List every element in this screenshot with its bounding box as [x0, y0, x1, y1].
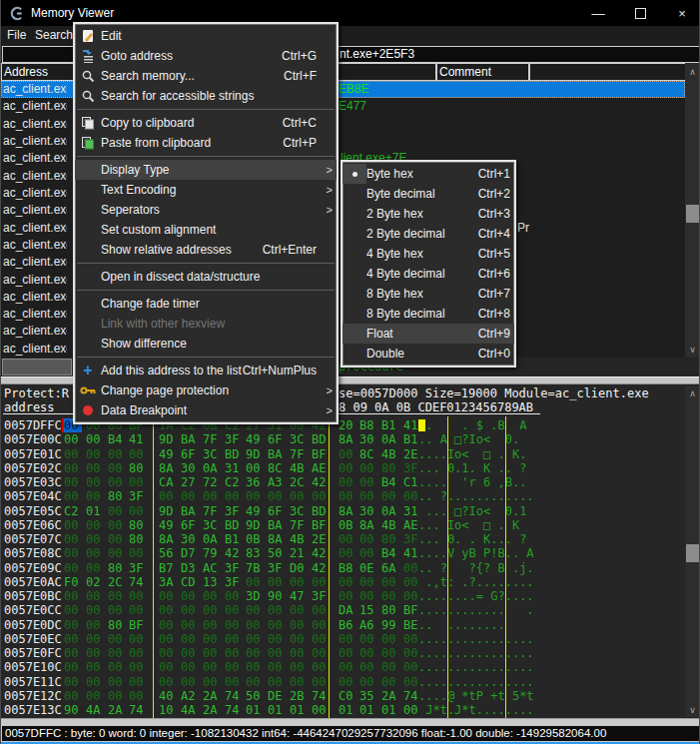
hex-byte[interactable]: 00: [86, 589, 104, 603]
hex-byte[interactable]: 00: [129, 632, 147, 646]
hex-byte[interactable]: 6F: [181, 447, 199, 461]
hex-row-ascii[interactable]: ........= G?....: [418, 589, 534, 603]
hex-byte[interactable]: 00: [86, 475, 104, 489]
hex-byte[interactable]: 7F: [290, 518, 308, 532]
hex-byte[interactable]: 00: [359, 646, 377, 660]
hex-byte[interactable]: 00: [108, 532, 126, 546]
hex-byte[interactable]: 00: [159, 603, 177, 617]
hex-row[interactable]: 0057E0DC000080BF0000000000000000B6A699BE…: [1, 618, 685, 632]
hex-byte[interactable]: 0A: [381, 432, 399, 446]
hex-byte[interactable]: 50: [268, 546, 286, 560]
hex-byte[interactable]: 00: [290, 675, 308, 689]
hex-byte[interactable]: 00: [129, 589, 147, 603]
hex-byte[interactable]: 2A: [203, 689, 221, 703]
hex-byte[interactable]: BF: [312, 447, 330, 461]
hex-row-ascii[interactable]: ... Io< □ . K: [418, 518, 534, 532]
hex-byte[interactable]: BD: [312, 432, 330, 446]
menu-item-show-difference[interactable]: Show difference: [75, 334, 337, 354]
hex-row-ascii[interactable]: ................: [418, 632, 534, 646]
hex-byte[interactable]: BD: [312, 504, 330, 518]
hex-byte[interactable]: 2B: [290, 689, 308, 703]
hex-byte[interactable]: 00: [129, 475, 147, 489]
hex-row-ascii[interactable]: .. ?............: [418, 489, 534, 503]
hex-byte[interactable]: 7F: [203, 504, 221, 518]
hex-byte[interactable]: 01: [359, 703, 377, 717]
hex-row-ascii[interactable]: .,t: .?........: [418, 575, 534, 589]
hex-row-ascii[interactable]: ....Io< □ . K.: [418, 447, 534, 461]
hex-byte[interactable]: 00: [181, 675, 199, 689]
hex-byte[interactable]: 00: [339, 632, 356, 646]
hex-byte[interactable]: 00: [108, 461, 126, 475]
hex-byte[interactable]: 41: [129, 432, 147, 446]
hex-byte[interactable]: 00: [359, 475, 377, 489]
hex-byte[interactable]: 00: [159, 646, 177, 660]
hex-row-ascii[interactable]: .. ........: [418, 618, 534, 632]
hex-byte[interactable]: 74: [225, 689, 243, 703]
hex-byte[interactable]: 00: [381, 675, 399, 689]
hex-byte[interactable]: 00: [64, 475, 82, 489]
hex-byte[interactable]: A3: [268, 475, 286, 489]
hex-byte[interactable]: 00: [203, 603, 221, 617]
hex-byte[interactable]: 00: [359, 675, 377, 689]
hex-byte[interactable]: A2: [181, 689, 199, 703]
hex-byte[interactable]: 00: [203, 660, 221, 674]
hex-byte[interactable]: 00: [312, 703, 330, 717]
hex-byte[interactable]: 49: [159, 447, 177, 461]
hex-byte[interactable]: D0: [290, 561, 308, 575]
hex-byte[interactable]: 00: [339, 475, 356, 489]
hex-byte[interactable]: 00: [129, 646, 147, 660]
hex-row[interactable]: 0057E09C0000803FB7D3AC3F7B3FD042B80E6A00…: [1, 561, 685, 575]
hex-byte[interactable]: 00: [290, 660, 308, 674]
hex-byte[interactable]: 00: [312, 675, 330, 689]
hex-byte[interactable]: B1: [225, 532, 243, 546]
hex-byte[interactable]: 8A: [339, 432, 356, 446]
hex-byte[interactable]: 00: [359, 461, 377, 475]
hex-row-ascii[interactable]: ................: [418, 675, 534, 689]
hex-byte[interactable]: 00: [64, 589, 82, 603]
hex-byte[interactable]: BA: [268, 447, 286, 461]
hex-row[interactable]: 0057E06C00000080496F3CBD9DBA7FBF0B8A4BAE…: [1, 518, 685, 532]
hex-byte[interactable]: 50: [246, 689, 264, 703]
hex-byte[interactable]: 00: [225, 589, 243, 603]
hex-byte[interactable]: 00: [339, 447, 356, 461]
hex-byte[interactable]: 3F: [129, 561, 147, 575]
hex-byte[interactable]: 80: [108, 618, 126, 632]
hex-byte[interactable]: 80: [129, 461, 147, 475]
hex-byte[interactable]: 00: [108, 689, 126, 703]
hex-byte[interactable]: 8C: [268, 461, 286, 475]
menu-search[interactable]: Search: [35, 28, 73, 42]
hex-byte[interactable]: 00: [108, 504, 126, 518]
hex-row-ascii[interactable]: ... □?Io< 0.1: [418, 504, 534, 518]
hex-byte[interactable]: 00: [359, 660, 377, 674]
hex-byte[interactable]: 00: [268, 632, 286, 646]
column-header-empty[interactable]: [529, 63, 686, 81]
hex-byte[interactable]: 6F: [181, 518, 199, 532]
hex-byte[interactable]: 00: [312, 646, 330, 660]
hex-row[interactable]: 0057E03C00000000CA2772C236A32C420000B4C1…: [1, 475, 685, 489]
hex-byte[interactable]: 00: [312, 489, 330, 503]
hex-byte[interactable]: 80: [381, 532, 399, 546]
hex-byte[interactable]: 00: [64, 561, 82, 575]
hex-byte[interactable]: AE: [312, 461, 330, 475]
hex-byte[interactable]: 00: [339, 589, 356, 603]
hex-row[interactable]: 0057E12C0000000040A22A7450DE2B74C0352A74…: [1, 689, 685, 703]
hex-byte[interactable]: 00: [312, 603, 330, 617]
hex-byte[interactable]: DA: [339, 603, 356, 617]
hex-byte[interactable]: 00: [203, 632, 221, 646]
hex-row[interactable]: 0057E0EC00000000000000000000000000000000…: [1, 632, 685, 646]
hex-byte[interactable]: 00: [312, 575, 330, 589]
menu-item-4-byte-decimal[interactable]: 4 Byte decimalCtrl+6: [343, 264, 514, 284]
hex-row[interactable]: 0057E11C00000000000000000000000000000000…: [1, 675, 685, 689]
menu-item-goto-address[interactable]: Goto addressCtrl+G: [75, 46, 337, 66]
hex-byte[interactable]: 00: [246, 461, 264, 475]
hex-byte[interactable]: 6F: [268, 504, 286, 518]
minimize-button[interactable]: —: [578, 0, 618, 26]
hex-byte[interactable]: 49: [246, 504, 264, 518]
hex-byte[interactable]: 00: [108, 675, 126, 689]
hex-byte[interactable]: 00: [181, 632, 199, 646]
disasm-scroll-down-button[interactable]: ∨: [685, 341, 700, 358]
hex-byte[interactable]: D3: [181, 561, 199, 575]
hex-byte[interactable]: 27: [181, 475, 199, 489]
hex-byte[interactable]: 00: [86, 675, 104, 689]
menu-item-edit[interactable]: Edit: [75, 26, 337, 46]
